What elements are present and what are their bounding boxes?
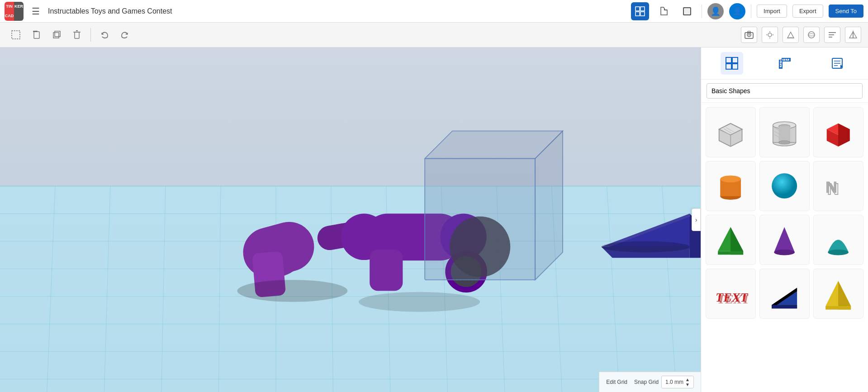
- shapes-grid-icon: [725, 57, 739, 70]
- logo-br: [14, 11, 24, 21]
- logo-tr: KER: [14, 2, 24, 11]
- svg-marker-28: [849, 32, 853, 38]
- divider2: [751, 5, 751, 18]
- svg-marker-29: [853, 32, 857, 38]
- shape-tool-1-icon: [786, 30, 795, 39]
- svg-rect-10: [55, 31, 60, 37]
- ruler-icon: [778, 57, 791, 70]
- grid-icon: [635, 6, 645, 16]
- redo-icon: [120, 30, 130, 40]
- box-wire-icon: [713, 115, 748, 149]
- right-panel-icons: [701, 47, 868, 80]
- camera-view-btn[interactable]: [741, 27, 757, 43]
- snap-grid-control[interactable]: Snap Grid 1.0 mm ▲▼: [634, 376, 694, 388]
- svg-rect-26: [829, 34, 834, 35]
- svg-rect-80: [370, 250, 403, 291]
- undo-btn[interactable]: [95, 26, 114, 44]
- redo-btn[interactable]: [116, 26, 134, 44]
- svg-point-140: [828, 250, 849, 255]
- shape-cylinder[interactable]: [706, 161, 756, 211]
- wedge-icon: [767, 276, 802, 311]
- notes-icon: [830, 57, 844, 70]
- svg-rect-95: [732, 64, 738, 69]
- paraboloid-icon: [821, 222, 855, 257]
- viewport[interactable]: LEFT FRN: [0, 47, 701, 392]
- download-btn[interactable]: [678, 2, 696, 20]
- notes-panel-btn[interactable]: [826, 52, 849, 75]
- shape-sphere[interactable]: [759, 161, 810, 211]
- shape-cylinder-hole[interactable]: [759, 107, 810, 157]
- select-all-icon: [11, 30, 21, 40]
- svg-point-139: [774, 250, 795, 255]
- pyramid-yellow-icon: [821, 276, 855, 311]
- shape-box-wire[interactable]: [706, 107, 756, 157]
- shape-tool-1[interactable]: [783, 27, 799, 43]
- tinkercad-logo[interactable]: TIN KER CAD: [5, 2, 24, 21]
- shape-pyramid-yellow[interactable]: [813, 269, 863, 319]
- snap-chevron: ▲▼: [685, 377, 690, 387]
- shape-box-red[interactable]: [813, 107, 863, 157]
- grid-bar: Edit Grid Snap Grid 1.0 mm ▲▼: [599, 372, 701, 392]
- camera-icon: [745, 30, 754, 39]
- shape-pyramid-green[interactable]: [706, 215, 756, 265]
- svg-rect-94: [726, 64, 731, 69]
- shape-cone-purple[interactable]: [759, 215, 810, 265]
- shape-paraboloid[interactable]: [813, 215, 863, 265]
- divider: [702, 5, 702, 18]
- svg-marker-146: [772, 305, 797, 309]
- topbar-left: TIN KER CAD ☰ Instructables Toys and Gam…: [5, 2, 172, 21]
- align-btn[interactable]: [824, 27, 840, 43]
- pyramid-green-icon: [713, 222, 748, 257]
- delete-btn[interactable]: [68, 26, 86, 44]
- svg-rect-11: [75, 32, 79, 38]
- shape-text-red[interactable]: TEXT TEXT: [706, 269, 756, 319]
- shape-wedge[interactable]: [759, 269, 810, 319]
- shapes-panel-btn[interactable]: [721, 52, 743, 75]
- toolbar-sep-1: [90, 28, 91, 42]
- svg-point-18: [768, 33, 772, 37]
- import-button[interactable]: Import: [757, 5, 787, 18]
- user-avatar[interactable]: 👤: [729, 3, 745, 19]
- svg-point-24: [808, 34, 815, 36]
- shape-text-3d[interactable]: N N: [813, 161, 863, 211]
- svg-point-15: [749, 34, 750, 36]
- add-user-btn[interactable]: 👤: [707, 3, 724, 19]
- grid-view-btn[interactable]: [631, 2, 649, 20]
- shape-tool-2[interactable]: [803, 27, 820, 43]
- cylinder-hole-icon: [767, 115, 802, 149]
- svg-rect-5: [684, 8, 690, 14]
- svg-rect-92: [726, 57, 731, 63]
- duplicate-btn[interactable]: [47, 26, 66, 44]
- shape-grid: N N: [701, 103, 868, 392]
- mirror-btn[interactable]: [845, 27, 861, 43]
- build-icon: [658, 6, 669, 17]
- light-view-btn[interactable]: [762, 27, 778, 43]
- svg-marker-128: [838, 123, 849, 146]
- svg-rect-7: [34, 32, 39, 38]
- svg-rect-9: [53, 33, 59, 38]
- export-button[interactable]: Export: [792, 5, 823, 18]
- select-all-btn[interactable]: [7, 26, 25, 44]
- svg-marker-150: [826, 306, 851, 310]
- shape-tool-2-icon: [807, 30, 816, 39]
- toolbar: [0, 23, 868, 47]
- shape-category-select[interactable]: Basic Shapes Letters Connectors Symbols …: [707, 83, 863, 99]
- paste-btn[interactable]: [27, 26, 45, 44]
- menu-icon[interactable]: ☰: [28, 2, 43, 20]
- svg-marker-136: [730, 227, 743, 255]
- svg-point-81: [359, 292, 480, 312]
- build-btn[interactable]: [655, 2, 673, 20]
- snap-grid-value-display[interactable]: 1.0 mm ▲▼: [661, 376, 694, 388]
- download-icon: [682, 6, 693, 17]
- svg-rect-2: [636, 12, 640, 16]
- snap-value-text: 1.0 mm: [665, 379, 683, 385]
- snap-grid-label: Snap Grid: [634, 379, 659, 385]
- text-red-icon: TEXT TEXT: [713, 276, 748, 311]
- edit-grid-btn[interactable]: Edit Grid: [606, 379, 627, 385]
- send-to-button[interactable]: Send To: [829, 5, 863, 18]
- svg-point-74: [237, 280, 347, 302]
- ruler-panel-btn[interactable]: [773, 52, 796, 75]
- collapse-panel-btn[interactable]: ›: [692, 208, 701, 231]
- svg-point-122: [779, 141, 790, 145]
- mirror-icon: [849, 30, 858, 39]
